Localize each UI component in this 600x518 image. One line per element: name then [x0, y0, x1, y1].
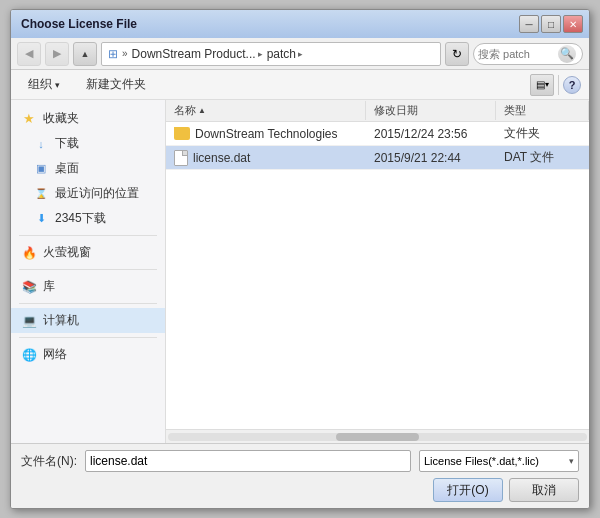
main-area: ★ 收藏夹 ↓ 下载 ▣ 桌面 ⌛ 最近访问的位置 ⬇ 2345下载: [11, 100, 589, 443]
refresh-button[interactable]: ↻: [445, 42, 469, 66]
recent-icon: ⌛: [33, 186, 49, 202]
sidebar-item-recent[interactable]: ⌛ 最近访问的位置: [11, 181, 165, 206]
breadcrumb-part-1[interactable]: DownStream Product... ▸: [132, 47, 263, 61]
file-modified-cell: 2015/12/24 23:56: [366, 127, 496, 141]
sidebar-item-downloads[interactable]: ↓ 下载: [11, 131, 165, 156]
col-header-modified[interactable]: 修改日期: [366, 101, 496, 120]
open-button[interactable]: 打开(O): [433, 478, 503, 502]
sidebar-section-computer: 💻 计算机: [11, 308, 165, 333]
sidebar-item-huxiao[interactable]: 🔥 火萤视窗: [11, 240, 165, 265]
breadcrumb-separator-1: »: [122, 48, 128, 59]
toolbar-separator: [558, 75, 559, 95]
col-header-type[interactable]: 类型: [496, 101, 589, 120]
filename-input[interactable]: [85, 450, 411, 472]
view-chevron-icon: ▾: [545, 80, 549, 89]
title-bar: Choose License File ─ □ ✕: [11, 10, 589, 38]
filename-label: 文件名(N):: [21, 453, 77, 470]
up-icon: ▲: [81, 49, 90, 59]
title-bar-buttons: ─ □ ✕: [519, 15, 583, 33]
library-icon: 📚: [21, 279, 37, 295]
content-area: 名称 ▲ 修改日期 类型 DownStream Technologies: [166, 100, 589, 443]
file-modified-label: 2015/12/24 23:56: [374, 127, 467, 141]
bottom-bar: 文件名(N): License Files(*.dat,*.lic) ▾ 打开(…: [11, 443, 589, 508]
network-icon: 🌐: [21, 347, 37, 363]
dialog-window: Choose License File ─ □ ✕ ◀ ▶ ▲ ⊞ » Down…: [10, 9, 590, 509]
filetype-dropdown[interactable]: License Files(*.dat,*.lic) ▾: [419, 450, 579, 472]
sidebar-label-network: 网络: [43, 346, 67, 363]
window-title: Choose License File: [21, 17, 137, 31]
breadcrumb-part-2[interactable]: patch ▸: [267, 47, 303, 61]
col-type-label: 类型: [504, 103, 526, 118]
back-button[interactable]: ◀: [17, 42, 41, 66]
up-button[interactable]: ▲: [73, 42, 97, 66]
filetype-chevron-icon: ▾: [569, 456, 574, 466]
nav-bar: ◀ ▶ ▲ ⊞ » DownStream Product... ▸ patch …: [11, 38, 589, 70]
computer-icon: 💻: [21, 313, 37, 329]
breadcrumb-text-1: DownStream Product...: [132, 47, 256, 61]
sidebar-item-favorites[interactable]: ★ 收藏夹: [11, 106, 165, 131]
fire-icon: 🔥: [21, 245, 37, 261]
view-toggle-button[interactable]: ▤ ▾: [530, 74, 554, 96]
sidebar-divider-1: [19, 235, 157, 236]
back-icon: ◀: [25, 47, 33, 60]
toolbar-right: ▤ ▾ ?: [530, 74, 581, 96]
sidebar-section-network: 🌐 网络: [11, 342, 165, 367]
search-bar[interactable]: 🔍: [473, 43, 583, 65]
col-sort-icon: ▲: [198, 106, 206, 115]
file-modified-label: 2015/9/21 22:44: [374, 151, 461, 165]
maximize-button[interactable]: □: [541, 15, 561, 33]
sidebar-item-2345[interactable]: ⬇ 2345下载: [11, 206, 165, 231]
sidebar-item-computer[interactable]: 💻 计算机: [11, 308, 165, 333]
breadcrumb-text-2: patch: [267, 47, 296, 61]
file-list-header: 名称 ▲ 修改日期 类型: [166, 100, 589, 122]
dat-file-icon: [174, 150, 188, 166]
sidebar-label-favorites: 收藏夹: [43, 110, 79, 127]
close-button[interactable]: ✕: [563, 15, 583, 33]
sidebar-divider-2: [19, 269, 157, 270]
sidebar-divider-4: [19, 337, 157, 338]
scrollbar-thumb[interactable]: [336, 433, 420, 441]
table-row[interactable]: DownStream Technologies 2015/12/24 23:56…: [166, 122, 589, 146]
desktop-icon: ▣: [33, 161, 49, 177]
new-folder-button[interactable]: 新建文件夹: [77, 72, 155, 97]
new-folder-label: 新建文件夹: [86, 76, 146, 93]
sidebar: ★ 收藏夹 ↓ 下载 ▣ 桌面 ⌛ 最近访问的位置 ⬇ 2345下载: [11, 100, 166, 443]
table-row[interactable]: license.dat 2015/9/21 22:44 DAT 文件: [166, 146, 589, 170]
refresh-icon: ↻: [452, 47, 462, 61]
chevron-icon-1: ▸: [258, 49, 263, 59]
organize-chevron-icon: ▾: [55, 80, 60, 90]
sidebar-label-huxiao: 火萤视窗: [43, 244, 91, 261]
sidebar-divider-3: [19, 303, 157, 304]
sidebar-label-downloads: 下载: [55, 135, 79, 152]
cancel-button[interactable]: 取消: [509, 478, 579, 502]
chevron-icon-2: ▸: [298, 49, 303, 59]
minimize-button[interactable]: ─: [519, 15, 539, 33]
sidebar-item-network[interactable]: 🌐 网络: [11, 342, 165, 367]
sidebar-label-computer: 计算机: [43, 312, 79, 329]
file-type-cell: DAT 文件: [496, 149, 589, 166]
organize-button[interactable]: 组织 ▾: [19, 72, 69, 97]
file-type-label: 文件夹: [504, 125, 540, 142]
action-buttons: 打开(O) 取消: [21, 478, 579, 502]
download-icon: ↓: [33, 136, 49, 152]
sidebar-label-library: 库: [43, 278, 55, 295]
col-header-name[interactable]: 名称 ▲: [166, 101, 366, 120]
sidebar-item-library[interactable]: 📚 库: [11, 274, 165, 299]
help-button[interactable]: ?: [563, 76, 581, 94]
search-button[interactable]: 🔍: [558, 45, 576, 63]
view-icon: ▤: [536, 79, 545, 90]
horizontal-scrollbar[interactable]: [166, 429, 589, 443]
sidebar-section-library: 📚 库: [11, 274, 165, 299]
open-label: 打开(O): [447, 482, 488, 499]
file-type-label: DAT 文件: [504, 149, 554, 166]
file-name-cell: license.dat: [166, 150, 366, 166]
breadcrumb-bar[interactable]: ⊞ » DownStream Product... ▸ patch ▸: [101, 42, 441, 66]
sidebar-item-desktop[interactable]: ▣ 桌面: [11, 156, 165, 181]
search-input[interactable]: [478, 48, 558, 60]
forward-button[interactable]: ▶: [45, 42, 69, 66]
sidebar-section-favorites: ★ 收藏夹 ↓ 下载 ▣ 桌面 ⌛ 最近访问的位置 ⬇ 2345下载: [11, 106, 165, 231]
file-name-cell: DownStream Technologies: [166, 127, 366, 141]
folder-icon: [174, 127, 190, 140]
file-modified-cell: 2015/9/21 22:44: [366, 151, 496, 165]
filename-row: 文件名(N): License Files(*.dat,*.lic) ▾: [21, 450, 579, 472]
